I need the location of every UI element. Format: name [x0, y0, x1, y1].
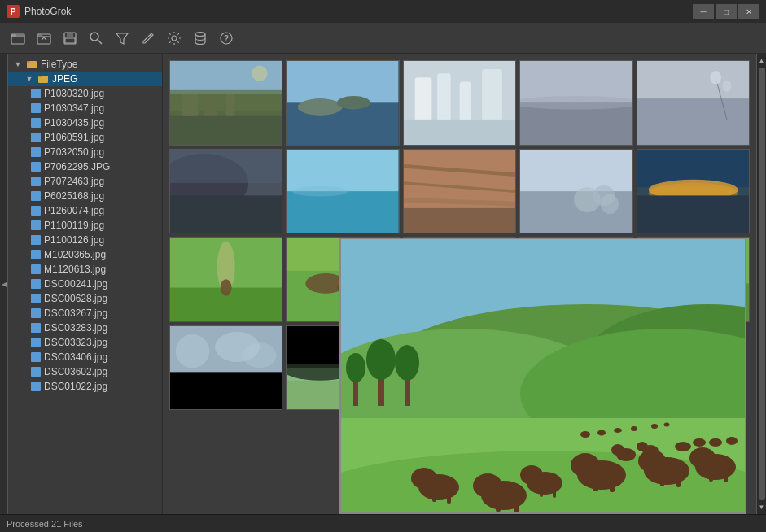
file-type-icon	[31, 367, 41, 377]
file-item[interactable]: P1100126.jpg	[8, 233, 162, 247]
svg-rect-140	[553, 488, 556, 498]
thumbnail-item[interactable]	[169, 149, 282, 234]
svg-point-41	[520, 96, 632, 109]
tree-jpeg-category[interactable]: ▼ JPEG	[8, 72, 162, 86]
thumbnail-svg	[170, 150, 282, 233]
thumbnail-item[interactable]	[286, 60, 399, 146]
thumbnail-item[interactable]	[519, 60, 632, 146]
filename-label: DSC03267.jpg	[44, 307, 107, 319]
main-area: ◀ ▼ FileType ▼ JPEG	[0, 54, 766, 514]
svg-rect-17	[38, 76, 42, 77]
filter-icon	[115, 31, 129, 46]
search-icon	[89, 31, 103, 46]
svg-point-150	[597, 430, 606, 436]
file-item[interactable]: DSC00628.jpg	[8, 291, 162, 306]
scroll-down-arrow[interactable]: ▼	[757, 502, 766, 512]
thumbnail-item[interactable]	[169, 237, 282, 322]
file-type-icon	[31, 177, 41, 186]
svg-rect-44	[637, 61, 749, 98]
svg-text:?: ?	[224, 34, 229, 43]
svg-point-25	[252, 65, 267, 81]
file-item[interactable]: DSC03267.jpg	[8, 306, 162, 321]
svg-point-142	[611, 444, 624, 456]
file-item[interactable]: P1100119.jpg	[8, 218, 162, 233]
svg-line-8	[98, 40, 102, 44]
thumbnail-item[interactable]	[403, 149, 516, 234]
filename-label: P1030320.jpg	[44, 88, 104, 99]
open-icon	[37, 31, 51, 46]
help-button[interactable]: ?	[215, 27, 238, 50]
file-item[interactable]: M1120613.jpg	[8, 262, 162, 277]
svg-marker-9	[116, 33, 128, 44]
open-button[interactable]	[33, 27, 55, 50]
filename-label: P1030347.jpg	[44, 102, 104, 114]
thumbnail-item[interactable]	[286, 149, 399, 234]
edit-button[interactable]	[137, 27, 160, 50]
svg-point-147	[726, 437, 738, 445]
file-item[interactable]: DSC03406.jpg	[8, 350, 162, 364]
settings-button[interactable]	[163, 27, 186, 50]
svg-point-152	[631, 426, 637, 431]
file-item[interactable]: DSC03323.jpg	[8, 335, 162, 350]
svg-rect-52	[170, 150, 282, 183]
close-button[interactable]: ✕	[738, 4, 759, 19]
right-scrollbar[interactable]: ▲ ▼	[756, 54, 766, 514]
minimize-button[interactable]: ─	[693, 4, 714, 19]
maximize-button[interactable]: □	[716, 4, 737, 19]
database-button[interactable]	[189, 27, 212, 50]
file-item[interactable]: P1030435.jpg	[8, 116, 162, 130]
filename-label: DSC00241.jpg	[44, 278, 107, 290]
search-button[interactable]	[85, 27, 107, 50]
scroll-up-arrow[interactable]: ▲	[757, 55, 766, 66]
new-folder-button[interactable]	[7, 27, 29, 50]
svg-rect-37	[404, 120, 515, 145]
file-item[interactable]: P7032050.jpg	[8, 145, 162, 159]
svg-point-166	[395, 345, 419, 381]
svg-point-146	[693, 438, 706, 447]
file-item[interactable]: P7062295.JPG	[8, 159, 162, 174]
file-item[interactable]: P1260074.jpg	[8, 203, 162, 218]
file-item[interactable]: P1060591.jpg	[8, 130, 162, 145]
file-type-icon	[31, 352, 41, 362]
filename-label: P6025168.jpg	[44, 190, 104, 202]
svg-point-160	[473, 473, 502, 498]
thumbnail-item[interactable]	[519, 149, 632, 234]
file-item[interactable]: DSC03602.jpg	[8, 364, 162, 379]
file-item[interactable]: P1030347.jpg	[8, 101, 162, 116]
thumbnail-item[interactable]	[169, 60, 282, 146]
filename-label: M1020365.jpg	[44, 249, 106, 260]
file-item[interactable]: P7072463.jpg	[8, 174, 162, 189]
scroll-thumb[interactable]	[759, 68, 765, 500]
file-type-icon	[31, 147, 41, 157]
thumbnail-item[interactable]	[637, 149, 750, 234]
file-item[interactable]: DSC03283.jpg	[8, 321, 162, 335]
svg-rect-62	[404, 207, 515, 233]
database-icon	[193, 31, 208, 46]
svg-rect-135	[709, 471, 713, 482]
svg-point-30	[337, 96, 370, 109]
filename-label: DSC03283.jpg	[44, 322, 107, 334]
thumbnail-svg	[520, 150, 632, 233]
file-item[interactable]: P6025168.jpg	[8, 189, 162, 203]
file-type-icon	[31, 89, 41, 98]
file-item[interactable]: DSC01022.jpg	[8, 379, 162, 394]
svg-point-154	[664, 423, 670, 427]
svg-point-56	[292, 186, 348, 196]
file-item[interactable]: DSC00241.jpg	[8, 277, 162, 291]
save-button[interactable]	[59, 27, 81, 50]
filter-button[interactable]	[111, 27, 134, 50]
filename-label: DSC03406.jpg	[44, 351, 107, 363]
tree-root-filetype[interactable]: ▼ FileType	[8, 57, 162, 72]
file-item[interactable]: M1020365.jpg	[8, 247, 162, 262]
sidebar-toggle[interactable]: ◀	[0, 54, 8, 514]
thumbnail-item[interactable]	[403, 60, 516, 146]
statusbar: Processed 21 Files	[0, 514, 766, 532]
filename-label: DSC01022.jpg	[44, 381, 107, 392]
svg-point-110	[176, 334, 209, 368]
file-type-icon	[31, 206, 41, 216]
file-item[interactable]: P1030320.jpg	[8, 86, 162, 101]
filename-label: DSC00628.jpg	[44, 293, 107, 304]
thumbnail-item[interactable]	[637, 60, 750, 146]
file-type-icon	[31, 382, 41, 391]
thumbnail-item[interactable]	[169, 325, 282, 411]
